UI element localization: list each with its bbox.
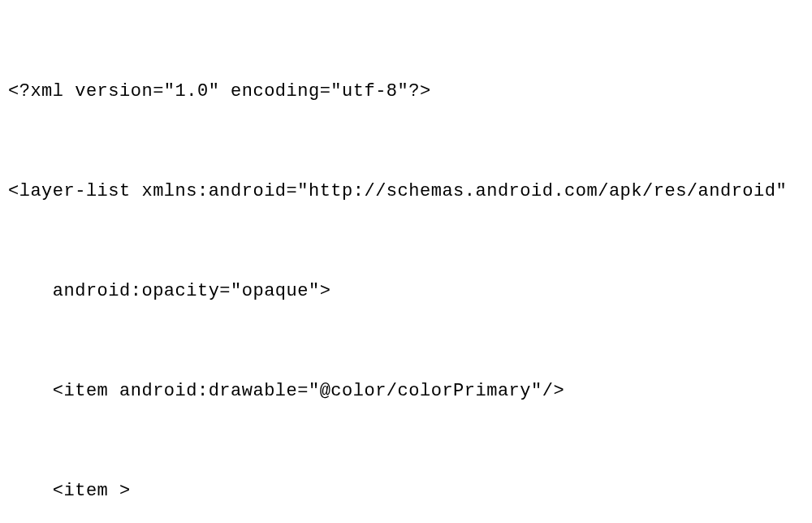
code-line-3: android:opacity="opaque">: [8, 266, 804, 317]
code-line-4: <item android:drawable="@color/colorPrim…: [8, 366, 804, 417]
code-line-5: <item >: [8, 466, 804, 517]
code-line-1: <?xml version="1.0" encoding="utf-8"?>: [8, 67, 804, 117]
xml-code-block: <?xml version="1.0" encoding="utf-8"?> <…: [8, 16, 804, 523]
code-line-2: <layer-list xmlns:android="http://schema…: [8, 166, 804, 217]
